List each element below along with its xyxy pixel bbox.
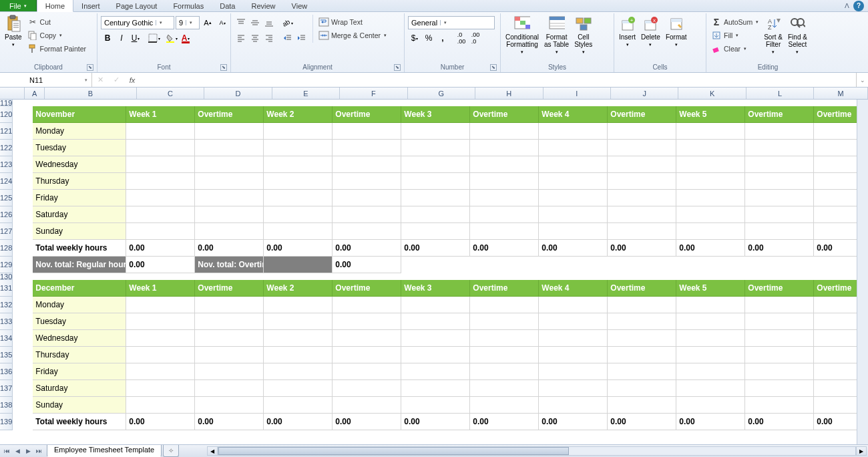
cell[interactable] <box>676 347 745 363</box>
prev-sheet-button[interactable]: ◀ <box>12 446 23 456</box>
tab-review[interactable]: Review <box>243 0 283 11</box>
col-header[interactable]: I <box>544 88 611 99</box>
row-header[interactable]: 126 <box>0 206 13 223</box>
col-header[interactable]: D <box>204 88 272 99</box>
bold-button[interactable]: B <box>101 31 114 45</box>
cell[interactable] <box>401 173 470 190</box>
cell[interactable] <box>539 313 608 330</box>
cell[interactable] <box>745 313 814 330</box>
horizontal-scrollbar[interactable] <box>218 446 856 456</box>
cell[interactable] <box>13 414 33 430</box>
cell[interactable]: 0.00 <box>401 414 470 430</box>
cell[interactable]: Week 1 <box>126 106 195 123</box>
cell[interactable] <box>126 140 195 156</box>
fill-button[interactable]: Fill▾ <box>710 29 760 41</box>
cell[interactable] <box>126 173 195 190</box>
row-header[interactable]: 136 <box>0 363 13 380</box>
cell[interactable] <box>676 313 745 330</box>
cell[interactable] <box>195 273 264 280</box>
tab-home[interactable]: Home <box>37 0 73 12</box>
cell[interactable] <box>676 206 745 223</box>
cell[interactable]: Tuesday <box>33 140 126 156</box>
align-bottom-button[interactable] <box>262 16 276 29</box>
cell[interactable]: Friday <box>33 190 126 206</box>
merge-center-button[interactable]: Merge & Center▾ <box>317 29 388 41</box>
accounting-format-button[interactable]: $▾ <box>408 31 421 45</box>
align-left-button[interactable] <box>234 31 248 45</box>
cell[interactable] <box>13 206 33 223</box>
cell[interactable] <box>676 380 745 397</box>
cell[interactable]: Week 2 <box>264 280 333 297</box>
cell[interactable] <box>676 140 745 156</box>
cell[interactable] <box>13 257 33 273</box>
cell[interactable] <box>13 140 33 156</box>
cell[interactable] <box>333 223 401 240</box>
row-header[interactable]: 131 <box>0 280 13 297</box>
cell[interactable] <box>126 330 195 347</box>
enter-formula-icon[interactable]: ✓ <box>108 75 124 84</box>
row-header[interactable]: 129 <box>0 257 13 273</box>
cell[interactable]: Week 2 <box>264 106 333 123</box>
comma-format-button[interactable]: , <box>436 31 449 45</box>
cell[interactable] <box>126 297 195 313</box>
cell[interactable] <box>195 380 264 397</box>
format-painter-button[interactable]: Format Painter <box>26 43 87 55</box>
italic-button[interactable]: I <box>115 31 128 45</box>
cell[interactable] <box>264 206 333 223</box>
find-select-button[interactable]: Find & Select▾ <box>785 15 810 56</box>
spreadsheet-grid[interactable]: ABCDEFGHIJKLM 11912012112212312412512612… <box>0 88 868 444</box>
last-sheet-button[interactable]: ⏭ <box>33 446 44 456</box>
cell[interactable] <box>608 223 676 240</box>
clipboard-launcher[interactable]: ⬊ <box>87 64 93 71</box>
row-header[interactable]: 124 <box>0 173 13 190</box>
cell[interactable] <box>539 173 608 190</box>
cell[interactable] <box>745 297 814 313</box>
cell[interactable]: 0.00 <box>126 257 195 273</box>
insert-cells-button[interactable]: +Insert▾ <box>616 15 638 49</box>
cell[interactable] <box>264 156 333 173</box>
cell[interactable] <box>13 397 33 414</box>
number-format-dropdown[interactable]: General▾ <box>408 16 495 29</box>
align-middle-button[interactable] <box>248 16 262 29</box>
cell[interactable] <box>264 330 333 347</box>
name-box[interactable]: N11▾ <box>25 73 92 87</box>
cell[interactable] <box>470 330 539 347</box>
cell[interactable] <box>470 100 539 106</box>
cell[interactable] <box>676 363 745 380</box>
cell[interactable] <box>676 257 745 273</box>
conditional-formatting-button[interactable]: Conditional Formatting▾ <box>503 15 541 56</box>
cell[interactable] <box>126 190 195 206</box>
cell[interactable] <box>539 100 608 106</box>
cell[interactable] <box>539 257 608 273</box>
cell[interactable]: Overtime <box>195 106 264 123</box>
cell[interactable] <box>126 347 195 363</box>
col-header[interactable]: A <box>25 88 45 99</box>
cell[interactable] <box>126 100 195 106</box>
cell[interactable] <box>13 297 33 313</box>
scroll-right-button[interactable]: ▶ <box>856 446 867 456</box>
cell[interactable] <box>745 123 814 140</box>
cell[interactable]: 0.00 <box>608 240 676 257</box>
cell[interactable] <box>745 173 814 190</box>
cell[interactable] <box>195 190 264 206</box>
cell[interactable] <box>13 156 33 173</box>
cell[interactable] <box>539 363 608 380</box>
cell[interactable] <box>676 190 745 206</box>
cell[interactable] <box>195 347 264 363</box>
cell[interactable]: Total weekly hours <box>33 240 126 257</box>
row-header[interactable]: 120 <box>0 106 13 123</box>
sheet-tab[interactable]: Employee Timesheet Template <box>47 445 162 457</box>
cell[interactable] <box>539 380 608 397</box>
cell[interactable] <box>401 397 470 414</box>
align-center-button[interactable] <box>248 31 262 45</box>
cell[interactable] <box>126 123 195 140</box>
cell[interactable] <box>126 397 195 414</box>
col-header[interactable]: H <box>475 88 543 99</box>
cell[interactable] <box>195 173 264 190</box>
cell[interactable] <box>608 156 676 173</box>
cell[interactable] <box>333 347 401 363</box>
cell[interactable]: Nov. total: Overtime <box>195 257 264 273</box>
col-header[interactable]: F <box>340 88 407 99</box>
cell[interactable]: Week 3 <box>401 280 470 297</box>
cell[interactable] <box>470 123 539 140</box>
